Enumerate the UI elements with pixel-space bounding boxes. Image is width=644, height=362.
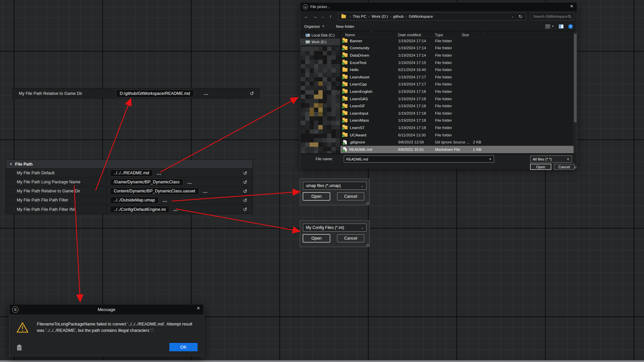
breadcrumb-segment[interactable]: github xyxy=(393,14,404,18)
file-path-section-header[interactable]: ▼ File Path xyxy=(6,160,253,169)
forward-button[interactable]: → xyxy=(311,14,318,19)
scrollbar[interactable] xyxy=(574,31,577,154)
file-row[interactable]: ✓ExcelTest1/19/2024 17:15File folder xyxy=(340,59,577,66)
breadcrumb-segment[interactable]: Work (D:) xyxy=(372,14,388,18)
censored-pixel xyxy=(318,77,323,81)
recent-locations-chevron-icon[interactable]: ⌄ xyxy=(320,15,325,18)
resize-grip[interactable] xyxy=(574,166,576,168)
browse-ellipsis-button[interactable]: ... xyxy=(163,198,167,203)
censored-pixel xyxy=(327,129,331,134)
close-icon[interactable]: ✕ xyxy=(570,4,574,9)
refresh-icon[interactable]: ↻ xyxy=(519,14,522,19)
open-button[interactable]: Open xyxy=(303,234,330,242)
browse-ellipsis-button[interactable]: ... xyxy=(157,171,162,176)
sidebar-item-work-d-[interactable]: ›Work (D:) xyxy=(300,39,340,45)
file-row[interactable]: ✓LearnCpp1/19/2024 17:17File folder xyxy=(340,81,577,88)
column-header-date[interactable]: Date modified xyxy=(398,33,435,37)
breadcrumb-segment[interactable]: GitWorkspace xyxy=(409,14,433,18)
file-row[interactable]: ✓LearnMass1/19/2024 17:18File folder xyxy=(340,117,577,124)
path-value-field[interactable]: Content/Dynamic/BP_DynamicClass.uasset xyxy=(110,188,199,195)
reset-to-default-icon[interactable]: ↺ xyxy=(243,207,247,212)
file-row[interactable]: ✓LearnEnglish1/19/2024 17:18File folder xyxy=(340,88,577,95)
path-value-field[interactable]: ../../Config/DefaultEngine.ini xyxy=(110,206,169,213)
scrollbar-thumb[interactable] xyxy=(574,34,577,122)
censored-pixel xyxy=(327,73,331,77)
sidebar-item-local-disk-c-[interactable]: ›Local Disk (C:) xyxy=(300,32,340,39)
collapse-triangle-icon[interactable]: ▼ xyxy=(9,163,12,166)
chevron-down-icon[interactable]: ⌄ xyxy=(361,226,364,230)
cancel-button[interactable]: Cancel xyxy=(337,192,364,200)
file-row[interactable]: ✓UCAward6/11/2024 13:30File folder xyxy=(340,131,577,139)
reset-to-default-icon[interactable]: ↺ xyxy=(243,189,247,194)
up-button[interactable]: ↑ xyxy=(327,14,334,19)
file-row[interactable]: ✓LearnGF1/19/2024 17:18File folder xyxy=(340,102,577,110)
censored-pixel xyxy=(336,116,340,121)
browse-ellipsis-button[interactable]: ... xyxy=(187,180,192,185)
file-icon: ✓ xyxy=(343,147,347,152)
file-row[interactable]: Hello6/21/2024 16:40File folder xyxy=(340,66,577,73)
search-input[interactable]: Search GitWorkspace xyxy=(531,12,574,20)
chevron-down-icon[interactable]: ▼ xyxy=(567,158,570,161)
path-value-field[interactable]: ../../../README.md xyxy=(110,170,153,177)
browse-ellipsis-button[interactable]: ... xyxy=(204,91,209,96)
censored-pixel xyxy=(327,60,331,64)
resize-grip[interactable] xyxy=(366,243,369,246)
reset-to-default-icon[interactable]: ↺ xyxy=(243,180,247,185)
file-name-input[interactable]: README.md ▼ xyxy=(344,156,494,163)
censored-pixel xyxy=(331,134,336,138)
chevron-down-icon[interactable]: ▼ xyxy=(489,158,492,161)
reset-to-default-icon[interactable]: ↺ xyxy=(250,91,254,96)
file-row[interactable]: ✓LearnAsset1/19/2024 17:17File folder xyxy=(340,73,577,81)
organize-menu-button[interactable]: Organize ▼ xyxy=(304,24,325,28)
cancel-button[interactable]: Cancel xyxy=(554,164,575,170)
address-bar[interactable]: ›This PC›Work (D:)›github›GitWorkspace ⌄… xyxy=(338,12,526,20)
path-value-field[interactable]: D:/github/GitWorkspace/README.md xyxy=(116,89,194,98)
property-row: My File Path File Path Filter../../Outsi… xyxy=(6,196,253,205)
change-view-button[interactable]: ▼ xyxy=(545,24,554,28)
file-row[interactable]: ✓DataDriven1/19/2024 17:14File folder xyxy=(340,52,577,59)
censored-pixel xyxy=(310,116,314,121)
file-row[interactable]: ✓LearnInput1/19/2024 17:18File folder xyxy=(340,110,577,117)
file-row[interactable]: ✓Community1/19/2024 17:14File folder xyxy=(340,45,577,52)
column-header-type[interactable]: Type xyxy=(435,33,462,37)
file-picker-titlebar[interactable]: u File picker... ✕ xyxy=(300,2,577,11)
censored-pixel xyxy=(318,95,323,99)
browse-ellipsis-button[interactable]: ... xyxy=(203,189,208,194)
preview-pane-icon[interactable] xyxy=(559,24,564,28)
open-button[interactable]: Open xyxy=(530,164,551,170)
file-row[interactable]: ✓LearnST1/19/2024 17:18File folder xyxy=(340,124,577,131)
file-row[interactable]: ✓LearnGAS1/19/2024 17:18File folder xyxy=(340,95,577,103)
file-type-select[interactable]: All files (*.*) ▼ xyxy=(530,156,572,163)
browse-ellipsis-button[interactable]: ... xyxy=(173,207,178,212)
filter-select[interactable]: umap files (*.umap) ⌄ xyxy=(303,182,367,190)
column-header-name[interactable]: Name xyxy=(340,33,398,37)
file-name: Banner xyxy=(350,39,362,43)
chevron-down-icon[interactable]: ⌄ xyxy=(361,184,364,188)
copy-to-clipboard-icon[interactable] xyxy=(17,345,22,351)
ok-button[interactable]: OK xyxy=(169,343,198,351)
column-header-size[interactable]: Size xyxy=(462,33,484,37)
censored-pixel xyxy=(323,103,327,108)
resize-grip[interactable] xyxy=(366,201,369,204)
expand-chevron-icon[interactable]: › xyxy=(303,34,304,37)
help-icon[interactable]: ? xyxy=(568,24,573,29)
open-button[interactable]: Open xyxy=(303,192,330,200)
reset-to-default-icon[interactable]: ↺ xyxy=(243,171,247,176)
close-icon[interactable]: ✕ xyxy=(197,306,200,311)
reset-to-default-icon[interactable]: ↺ xyxy=(243,198,247,203)
censored-pixel xyxy=(336,125,340,129)
back-button[interactable]: ← xyxy=(303,14,310,19)
message-titlebar[interactable]: u Message ✕ xyxy=(9,304,204,314)
file-row[interactable]: ✓.gitignore9/8/2023 13:59Git Ignore Sour… xyxy=(340,138,577,146)
path-value-field[interactable]: ../../OutsideMap.umap xyxy=(110,197,159,204)
address-dropdown-chevron-icon[interactable]: ⌄ xyxy=(512,15,514,18)
expand-chevron-icon[interactable]: › xyxy=(303,41,304,44)
file-row[interactable]: ✓README.md6/9/2021 15:51Markdown File1 K… xyxy=(340,146,577,153)
file-row[interactable]: ✓Banner1/19/2024 17:14File folder xyxy=(340,37,577,45)
new-folder-button[interactable]: New folder xyxy=(336,24,355,28)
filter-select[interactable]: My Config Files (*.ini) ⌄ xyxy=(303,224,367,232)
censored-pixel xyxy=(336,121,340,125)
cancel-button[interactable]: Cancel xyxy=(337,234,364,242)
breadcrumb-segment[interactable]: This PC xyxy=(353,14,366,18)
path-value-field[interactable]: /Game/Dynamic/BP_DynamicClass xyxy=(110,179,183,186)
